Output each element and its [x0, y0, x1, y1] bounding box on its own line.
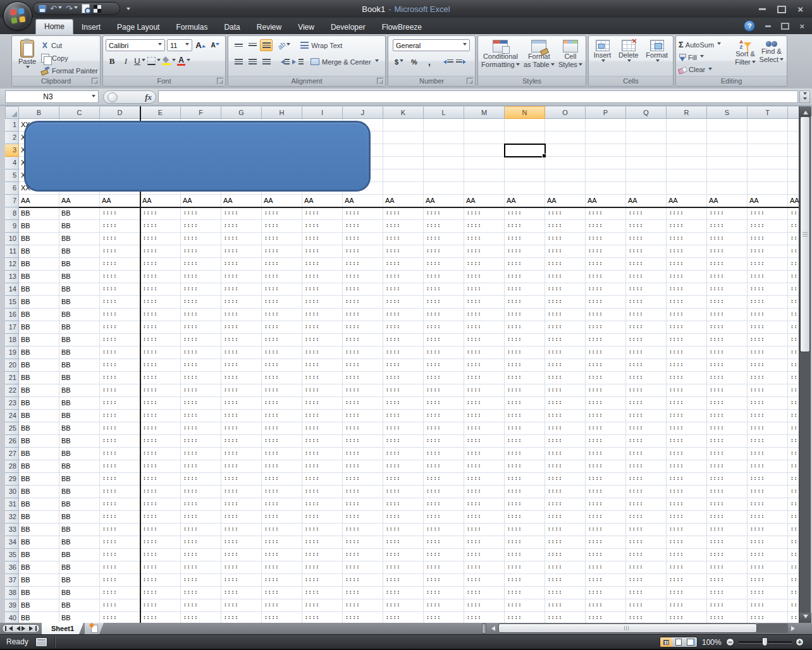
cell-J23[interactable]: :::: — [343, 397, 383, 410]
cell-T12[interactable]: :::: — [747, 258, 788, 271]
underline-button[interactable]: U — [133, 55, 146, 67]
cell-Q36[interactable]: :::: — [626, 561, 667, 574]
cell-R22[interactable]: :::: — [667, 384, 707, 397]
cell-O6[interactable] — [545, 182, 586, 195]
cell-H38[interactable]: :::: — [262, 587, 302, 599]
column-header-H[interactable]: H — [262, 106, 302, 119]
cell-M12[interactable]: :::: — [464, 258, 505, 271]
cell-N36[interactable]: :::: — [505, 561, 545, 574]
cell-E38[interactable]: :::: — [140, 587, 181, 599]
cell-I35[interactable]: :::: — [302, 549, 343, 561]
font-color-button[interactable]: A — [177, 55, 190, 67]
cell-T34[interactable]: :::: — [747, 536, 788, 549]
cell-E8[interactable]: :::: — [140, 207, 181, 220]
cell-P2[interactable] — [586, 132, 626, 144]
cell-O11[interactable]: :::: — [545, 245, 586, 258]
cell-Q23[interactable]: :::: — [626, 397, 667, 410]
cell-F24[interactable]: :::: — [181, 410, 221, 422]
cell-P30[interactable]: :::: — [586, 486, 626, 498]
cell-G9[interactable]: :::: — [221, 220, 262, 233]
cell-J19[interactable]: :::: — [343, 346, 383, 359]
cell-T19[interactable]: :::: — [747, 346, 788, 359]
cell-M9[interactable]: :::: — [464, 220, 505, 233]
cell-C36[interactable]: BB — [59, 561, 100, 574]
cell-L28[interactable]: :::: — [424, 460, 464, 473]
cell-T9[interactable]: :::: — [747, 220, 788, 233]
cell-S12[interactable]: :::: — [707, 258, 747, 271]
cell-G24[interactable]: :::: — [221, 410, 262, 422]
cell-R27[interactable]: :::: — [667, 448, 707, 460]
cell-N33[interactable]: :::: — [505, 524, 545, 536]
cell-G15[interactable]: :::: — [221, 296, 262, 309]
cell-I9[interactable]: :::: — [302, 220, 343, 233]
cell-U14[interactable]: :::: — [788, 283, 799, 296]
cell-I23[interactable]: :::: — [302, 397, 343, 410]
zoom-in-button[interactable]: + — [796, 638, 804, 646]
cell-N20[interactable]: :::: — [505, 359, 545, 372]
cell-E39[interactable]: :::: — [140, 599, 181, 612]
cell-F34[interactable]: :::: — [181, 536, 221, 549]
cell-T17[interactable]: :::: — [747, 321, 788, 334]
cell-Q30[interactable]: :::: — [626, 486, 667, 498]
cell-J10[interactable]: :::: — [343, 233, 383, 245]
underline-dropdown-icon[interactable] — [142, 59, 145, 63]
fill-color-dropdown-icon[interactable] — [172, 59, 176, 63]
cell-F19[interactable]: :::: — [181, 346, 221, 359]
cell-N14[interactable]: :::: — [505, 283, 545, 296]
cell-J39[interactable]: :::: — [343, 599, 383, 612]
cell-L27[interactable]: :::: — [424, 448, 464, 460]
cell-N2[interactable] — [505, 132, 545, 144]
cell-P40[interactable]: :::: — [586, 612, 626, 623]
cell-B12[interactable]: BB — [19, 258, 59, 271]
currency-dropdown-icon[interactable] — [400, 59, 403, 64]
cell-S38[interactable]: :::: — [707, 587, 747, 599]
cell-F9[interactable]: :::: — [181, 220, 221, 233]
cell-P4[interactable] — [586, 157, 626, 169]
cell-Q35[interactable]: :::: — [626, 549, 667, 561]
cell-N38[interactable]: :::: — [505, 587, 545, 599]
insert-cells-button[interactable]: Insert — [594, 40, 612, 76]
cell-S5[interactable] — [707, 169, 747, 182]
cell-B25[interactable]: BB — [19, 422, 59, 435]
redo-dropdown-icon[interactable] — [74, 6, 78, 11]
cell-P28[interactable]: :::: — [586, 460, 626, 473]
cell-S15[interactable]: :::: — [707, 296, 747, 309]
cell-L31[interactable]: :::: — [424, 498, 464, 511]
cell-B10[interactable]: BB — [19, 233, 59, 245]
cell-C27[interactable]: BB — [59, 448, 100, 460]
cell-K38[interactable]: :::: — [383, 587, 424, 599]
cell-G33[interactable]: :::: — [221, 524, 262, 536]
cell-T11[interactable]: :::: — [747, 245, 788, 258]
insert-function-button[interactable] — [108, 92, 118, 102]
column-header-L[interactable]: L — [424, 106, 464, 119]
cell-U20[interactable]: :::: — [788, 359, 799, 372]
cell-U4[interactable] — [788, 157, 799, 169]
cell-O1[interactable] — [545, 119, 586, 132]
cell-F10[interactable]: :::: — [181, 233, 221, 245]
row-header-6[interactable]: 6 — [5, 182, 19, 195]
cell-T5[interactable] — [747, 169, 788, 182]
cell-R3[interactable] — [667, 144, 707, 157]
office-button[interactable] — [3, 1, 32, 30]
cell-O13[interactable]: :::: — [545, 271, 586, 283]
cell-N37[interactable]: :::: — [505, 574, 545, 587]
row-header-31[interactable]: 31 — [5, 498, 19, 511]
cell-I39[interactable]: :::: — [302, 599, 343, 612]
cell-B19[interactable]: BB — [19, 346, 59, 359]
cell-E36[interactable]: :::: — [140, 561, 181, 574]
bottom-align-button[interactable] — [260, 39, 273, 51]
cell-J12[interactable]: :::: — [343, 258, 383, 271]
column-header-S[interactable]: S — [707, 106, 747, 119]
next-sheet-button[interactable] — [22, 626, 28, 631]
cell-U21[interactable]: :::: — [788, 372, 799, 384]
cell-L18[interactable]: :::: — [424, 334, 464, 346]
cell-J31[interactable]: :::: — [343, 498, 383, 511]
fill-handle[interactable] — [542, 154, 546, 158]
cell-N21[interactable]: :::: — [505, 372, 545, 384]
cell-P22[interactable]: :::: — [586, 384, 626, 397]
undo-dropdown-icon[interactable] — [58, 6, 62, 11]
cell-D21[interactable]: :::: — [100, 372, 140, 384]
cell-S30[interactable]: :::: — [707, 486, 747, 498]
cell-R6[interactable] — [667, 182, 707, 195]
zoom-slider-thumb[interactable] — [762, 637, 768, 646]
